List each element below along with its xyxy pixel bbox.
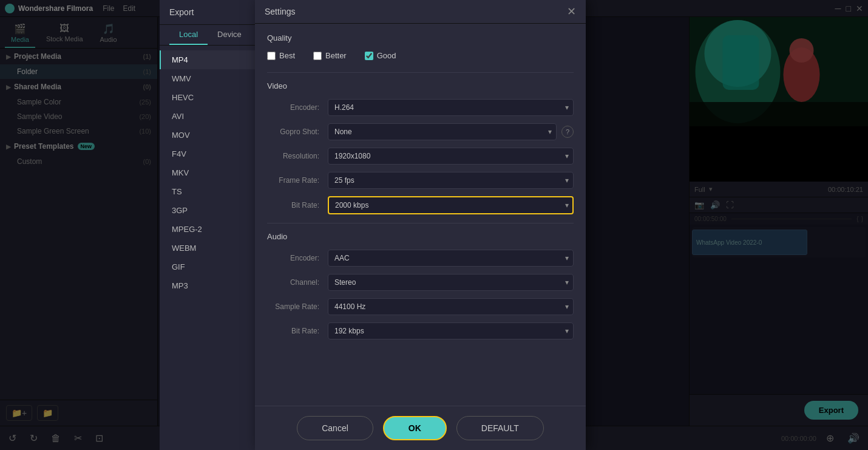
audio-encoder-label: Encoder: [267, 254, 328, 262]
frame-rate-select-wrap: 25 fps 30 fps 60 fps 24 fps [328, 172, 574, 189]
resolution-select-wrap: 1920x1080 1280x720 3840x2160 [328, 148, 574, 165]
audio-divider [267, 223, 574, 223]
gopro-shot-label: Gopro Shot: [267, 128, 328, 136]
gopro-shot-select[interactable]: None On [328, 123, 557, 140]
resolution-select[interactable]: 1920x1080 1280x720 3840x2160 [328, 148, 574, 165]
settings-titlebar: Settings ✕ [255, 0, 586, 24]
quality-good-option[interactable]: Good [365, 51, 396, 60]
sample-rate-select[interactable]: 44100 Hz 48000 Hz [328, 298, 574, 315]
quality-best-checkbox[interactable] [267, 52, 276, 60]
quality-good-checkbox[interactable] [365, 52, 373, 60]
settings-ok-button[interactable]: OK [383, 416, 447, 440]
settings-cancel-button[interactable]: Cancel [297, 416, 373, 440]
quality-better-option[interactable]: Better [313, 51, 347, 60]
channel-select[interactable]: Stereo Mono [328, 274, 574, 291]
video-bitrate-select[interactable]: 2000 kbps 4000 kbps 8000 kbps [328, 196, 574, 214]
audio-encoder-select[interactable]: AAC MP3 [328, 250, 574, 267]
settings-dialog-title: Settings [265, 7, 296, 16]
audio-encoder-select-wrap: AAC MP3 [328, 250, 574, 267]
export-tab-local[interactable]: Local [169, 25, 208, 45]
quality-best-label: Best [279, 51, 295, 60]
video-bitrate-select-wrap: 2000 kbps 4000 kbps 8000 kbps [328, 196, 574, 214]
resolution-row: Resolution: 1920x1080 1280x720 3840x2160 [267, 148, 574, 165]
video-encoder-row: Encoder: H.264 H.265 VP9 [267, 99, 574, 116]
audio-section-label: Audio [267, 232, 574, 241]
quality-better-label: Better [325, 51, 347, 60]
video-encoder-select-wrap: H.264 H.265 VP9 [328, 99, 574, 116]
export-tab-device[interactable]: Device [208, 25, 251, 45]
audio-bitrate-select-wrap: 192 kbps 320 kbps 128 kbps [328, 322, 574, 339]
video-encoder-label: Encoder: [267, 103, 328, 112]
video-bitrate-row: Bit Rate: 2000 kbps 4000 kbps 8000 kbps [267, 196, 574, 214]
quality-good-label: Good [377, 51, 396, 60]
sample-rate-label: Sample Rate: [267, 302, 328, 311]
video-encoder-select[interactable]: H.264 H.265 VP9 [328, 99, 574, 116]
channel-row: Channel: Stereo Mono [267, 274, 574, 291]
video-bitrate-label: Bit Rate: [267, 201, 328, 210]
settings-dialog: Settings ✕ Quality Best Better Good Vi [255, 0, 586, 450]
gopro-help-icon[interactable]: ? [561, 126, 574, 138]
frame-rate-label: Frame Rate: [267, 176, 328, 185]
quality-row: Best Better Good [267, 51, 574, 60]
gopro-shot-select-wrap: None On [328, 123, 557, 140]
audio-encoder-row: Encoder: AAC MP3 [267, 250, 574, 267]
quality-label-text: Quality [267, 33, 291, 43]
frame-rate-select[interactable]: 25 fps 30 fps 60 fps 24 fps [328, 172, 574, 189]
audio-bitrate-select[interactable]: 192 kbps 320 kbps 128 kbps [328, 322, 574, 339]
sample-rate-row: Sample Rate: 44100 Hz 48000 Hz [267, 298, 574, 315]
frame-rate-row: Frame Rate: 25 fps 30 fps 60 fps 24 fps [267, 172, 574, 189]
audio-bitrate-row: Bit Rate: 192 kbps 320 kbps 128 kbps [267, 322, 574, 339]
settings-footer: Cancel OK DEFAULT [255, 406, 586, 450]
channel-label: Channel: [267, 278, 328, 287]
channel-select-wrap: Stereo Mono [328, 274, 574, 291]
video-label-text: Video [267, 81, 287, 90]
settings-body: Quality Best Better Good Video Encoder: [255, 24, 586, 406]
video-section-label: Video [267, 81, 574, 90]
audio-label-text: Audio [267, 232, 287, 241]
quality-divider [267, 72, 574, 73]
export-tab-local-label: Local [179, 30, 198, 39]
settings-close-button[interactable]: ✕ [567, 6, 576, 17]
export-dialog-title: Export [169, 7, 194, 17]
sample-rate-select-wrap: 44100 Hz 48000 Hz [328, 298, 574, 315]
audio-bitrate-label: Bit Rate: [267, 327, 328, 335]
settings-default-button[interactable]: DEFAULT [456, 416, 544, 440]
gopro-shot-row: Gopro Shot: None On ? [267, 123, 574, 140]
quality-better-checkbox[interactable] [313, 52, 322, 60]
quality-section-label: Quality [267, 33, 574, 43]
export-tab-device-label: Device [217, 30, 242, 39]
resolution-label: Resolution: [267, 152, 328, 160]
quality-best-option[interactable]: Best [267, 51, 295, 60]
